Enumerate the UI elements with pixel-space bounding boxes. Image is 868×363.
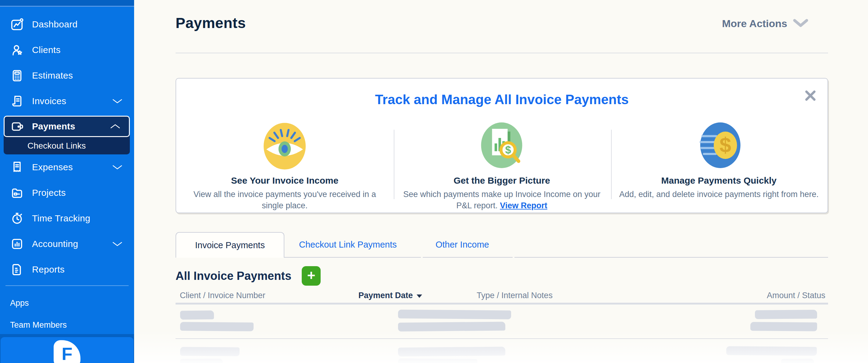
sidebar-item-dashboard[interactable]: Dashboard [0, 11, 134, 37]
banner-column-heading: Manage Payments Quickly [619, 175, 819, 186]
sidebar-item-apps[interactable]: Apps [0, 292, 134, 314]
banner-column-heading: See Your Invoice Income [185, 175, 384, 186]
banner-column-heading: Get the Bigger Picture [402, 175, 601, 186]
chevron-down-icon [112, 98, 123, 104]
column-header-payment-date[interactable]: Payment Date [359, 291, 422, 300]
tab-other-income[interactable]: Other Income [436, 232, 489, 257]
reports-icon [10, 263, 24, 276]
sort-descending-icon [416, 295, 422, 298]
sidebar-item-label: Time Tracking [32, 213, 90, 224]
sidebar-divider [5, 285, 129, 286]
sidebar-item-label: Reports [32, 264, 65, 275]
more-actions-button[interactable]: More Actions [722, 18, 809, 30]
sidebar-item-label: Estimates [32, 70, 73, 81]
payments-tabs: Invoice Payments Checkout Link Payments … [176, 232, 828, 258]
sidebar-secondary-nav: Apps Team Members [0, 292, 134, 336]
promo-banner: Track and Manage All Invoice Payments [176, 78, 828, 213]
view-report-link[interactable]: View Report [500, 201, 547, 210]
section-header: All Invoice Payments + [176, 266, 321, 286]
close-icon[interactable] [804, 89, 817, 102]
column-header-amount-status[interactable]: Amount / Status [767, 291, 825, 300]
tab-baseline [284, 257, 421, 258]
row-divider [176, 338, 828, 339]
sidebar-item-label: Accounting [32, 239, 78, 249]
sidebar-item-invoices[interactable]: Invoices [0, 88, 134, 114]
skeleton-bar [781, 359, 814, 363]
banner-column-body: View all the invoice payments you've rec… [185, 189, 384, 211]
add-payment-button[interactable]: + [302, 266, 321, 286]
banner-title: Track and Manage All Invoice Payments [176, 92, 828, 107]
clients-icon [10, 43, 24, 57]
tab-baseline [423, 257, 513, 258]
dashboard-icon [10, 18, 24, 31]
sidebar-item-label: Apps [10, 298, 29, 308]
skeleton-bar [180, 358, 223, 363]
report-magnifier-icon: $ [402, 121, 601, 170]
projects-icon [10, 186, 24, 200]
page-title: Payments [176, 14, 246, 31]
column-header-type-notes[interactable]: Type / Internal Notes [477, 291, 553, 300]
skeleton-bar [180, 310, 214, 320]
sidebar-item-label: Invoices [32, 96, 66, 106]
estimates-icon [10, 68, 24, 82]
sidebar: Dashboard Clients Estimates Invoices [0, 0, 134, 363]
tab-checkout-link-payments[interactable]: Checkout Link Payments [299, 232, 397, 257]
chevron-down-icon [793, 18, 809, 29]
coin-icon: $ [619, 121, 819, 170]
sidebar-item-checkout-links[interactable]: Checkout Links [4, 135, 130, 155]
chevron-up-icon [110, 123, 120, 129]
time-tracking-icon [10, 211, 24, 225]
sidebar-item-accounting[interactable]: Accounting [0, 231, 134, 257]
skeleton-bar [726, 346, 817, 356]
chevron-down-icon [112, 164, 123, 170]
sidebar-nav: Dashboard Clients Estimates Invoices [0, 8, 134, 114]
sidebar-top-strip [0, 0, 134, 7]
payments-icon [10, 120, 24, 133]
tab-invoice-payments[interactable]: Invoice Payments [176, 232, 284, 258]
logo-letter: F [62, 343, 72, 363]
eye-icon [185, 121, 384, 170]
sidebar-item-label: Expenses [32, 162, 73, 172]
sidebar-item-label: Team Members [10, 320, 67, 330]
banner-column-invoice-income: See Your Invoice Income View all the inv… [176, 121, 393, 211]
sidebar-item-projects[interactable]: Projects [0, 180, 134, 205]
banner-column-bigger-picture: $ Get the Bigger Picture See which payme… [393, 121, 610, 211]
column-header-client-invoice[interactable]: Client / Invoice Number [180, 291, 266, 300]
main-content: Payments More Actions Track and Manage A… [134, 0, 868, 363]
sidebar-item-label: Projects [32, 188, 66, 198]
skeleton-bar [398, 358, 477, 363]
skeleton-bar [755, 310, 817, 319]
banner-column-body: See which payments make up Invoice Incom… [402, 189, 601, 211]
sidebar-item-estimates[interactable]: Estimates [0, 63, 134, 88]
section-title: All Invoice Payments [176, 269, 291, 283]
sidebar-item-expenses[interactable]: Expenses [0, 155, 134, 180]
banner-column-body: Add, edit, and delete invoice payments r… [619, 189, 819, 200]
payments-table: Client / Invoice Number Payment Date Typ… [176, 292, 828, 361]
sidebar-item-clients[interactable]: Clients [0, 37, 134, 63]
sidebar-item-label: Clients [32, 45, 61, 55]
header-divider [176, 53, 828, 53]
chevron-down-icon [112, 241, 123, 247]
expenses-icon [10, 160, 24, 174]
sidebar-item-label: Payments [32, 121, 75, 132]
accounting-icon [10, 237, 24, 251]
sidebar-item-payments-active[interactable]: Payments [4, 116, 130, 137]
sidebar-item-label: Dashboard [32, 19, 78, 30]
svg-text:$: $ [720, 133, 731, 157]
tab-baseline [515, 257, 828, 258]
sidebar-item-team-members[interactable]: Team Members [0, 314, 134, 336]
skeleton-bar [180, 322, 254, 331]
sidebar-footer: F [1, 337, 133, 363]
skeleton-bar [398, 310, 511, 320]
sidebar-nav-lower: Expenses Projects Time Tracking Accounti… [0, 155, 134, 282]
sidebar-item-label: Checkout Links [27, 141, 86, 151]
invoices-icon [10, 94, 24, 108]
svg-text:$: $ [505, 144, 511, 156]
skeleton-bar [750, 322, 817, 331]
skeleton-bar [398, 346, 505, 356]
skeleton-bar [398, 322, 505, 331]
column-header-label: Payment Date [359, 291, 413, 300]
sidebar-item-reports[interactable]: Reports [0, 257, 134, 282]
sidebar-item-time-tracking[interactable]: Time Tracking [0, 205, 134, 231]
table-rows [176, 304, 828, 361]
